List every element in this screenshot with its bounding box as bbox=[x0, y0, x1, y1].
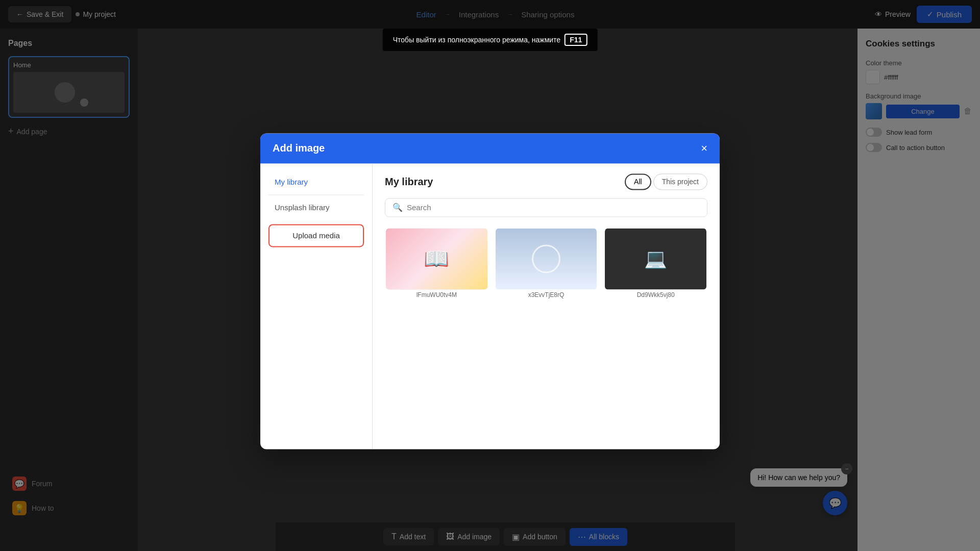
modal-content-title: My library bbox=[385, 176, 433, 188]
fullscreen-notice: Чтобы выйти из полноэкранного режима, на… bbox=[383, 29, 598, 51]
image-thumb-2 bbox=[496, 228, 597, 289]
search-input[interactable] bbox=[407, 203, 700, 212]
image-visual-2 bbox=[496, 228, 597, 289]
add-image-modal: Add image × My library Unsplash library … bbox=[260, 133, 720, 449]
modal-header: Add image × bbox=[260, 133, 720, 163]
image-label-1: lFmuWU0tv4M bbox=[386, 289, 487, 300]
modal-content: My library All This project 🔍 lFmuWU0tv4… bbox=[373, 163, 720, 449]
image-visual-3 bbox=[605, 228, 706, 289]
image-visual-1 bbox=[386, 228, 487, 289]
image-label-2: x3EvvTjE8rQ bbox=[496, 289, 597, 300]
image-item-1[interactable]: lFmuWU0tv4M bbox=[385, 227, 488, 302]
filter-buttons: All This project bbox=[625, 173, 707, 190]
image-grid: lFmuWU0tv4M x3EvvTjE8rQ Dd9Wkk5vj80 bbox=[385, 227, 707, 302]
image-label-3: Dd9Wkk5vj80 bbox=[605, 289, 706, 300]
fullscreen-text: Чтобы выйти из полноэкранного режима, на… bbox=[393, 36, 560, 44]
image-thumb-1 bbox=[386, 228, 487, 289]
f11-badge: F11 bbox=[565, 34, 587, 46]
modal-nav-my-library[interactable]: My library bbox=[268, 173, 364, 190]
modal-body: My library Unsplash library Upload media… bbox=[260, 163, 720, 449]
modal-close-button[interactable]: × bbox=[701, 143, 707, 154]
modal-nav-divider bbox=[268, 194, 364, 195]
image-item-3[interactable]: Dd9Wkk5vj80 bbox=[604, 227, 707, 302]
image-thumb-3 bbox=[605, 228, 706, 289]
search-bar: 🔍 bbox=[385, 198, 707, 217]
upload-media-button[interactable]: Upload media bbox=[268, 224, 364, 247]
modal-content-header: My library All This project bbox=[385, 173, 707, 190]
image-item-2[interactable]: x3EvvTjE8rQ bbox=[495, 227, 598, 302]
modal-title: Add image bbox=[273, 142, 325, 154]
modal-sidebar: My library Unsplash library Upload media bbox=[260, 163, 373, 449]
filter-this-project-button[interactable]: This project bbox=[653, 173, 707, 190]
search-icon: 🔍 bbox=[393, 203, 403, 212]
filter-all-button[interactable]: All bbox=[625, 173, 651, 190]
modal-nav-unsplash[interactable]: Unsplash library bbox=[268, 199, 364, 216]
